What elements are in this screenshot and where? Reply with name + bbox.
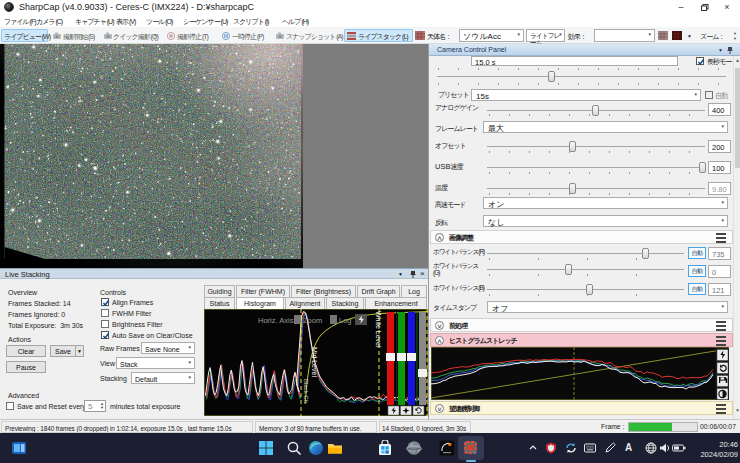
svg-text:Log: Log xyxy=(339,316,352,325)
svg-text:Zoom: Zoom xyxy=(303,316,322,325)
svg-text:White Level: White Level xyxy=(375,311,382,348)
svg-text:Horiz. Axis:: Horiz. Axis: xyxy=(258,316,296,325)
svg-text:Mid Level: Mid Level xyxy=(311,347,318,377)
svg-text:Black Ch: Black Ch xyxy=(303,379,309,403)
